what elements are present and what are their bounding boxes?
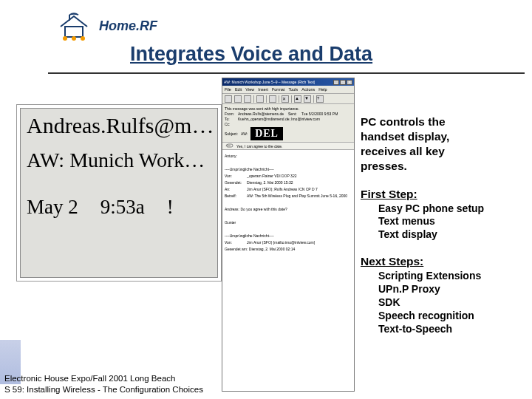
handset-line-from: Andreas.Rulfs@m…: [27, 113, 211, 138]
body-von-val: _operam Rainer VDI DOP 322: [247, 174, 296, 178]
handset-line-datetime: May 29:53a!: [27, 196, 211, 219]
intro-line: presses.: [361, 159, 528, 174]
header-rule: [48, 72, 525, 74]
del-badge: DEL: [250, 127, 283, 140]
message-header: This message was sent with high importan…: [222, 104, 354, 143]
next-step-item: SDK: [378, 296, 528, 310]
flag-icon[interactable]: [269, 95, 276, 103]
attachment-bar: Yes, I can agree to the date.: [222, 143, 354, 150]
window-title: AW: Munich Workshop June 5–9 – Message (…: [224, 80, 315, 84]
body-von2: Von:: [225, 240, 247, 245]
menu-tools[interactable]: Tools: [288, 87, 298, 92]
sidebar-text: PC controls the handset display, receive…: [361, 115, 528, 349]
next-icon[interactable]: ▼: [304, 95, 311, 103]
to-value: Kuehn_operam@mdiamend.de; lmo@inlview.co…: [238, 117, 352, 121]
menu-actions[interactable]: Actions: [301, 87, 315, 92]
print-icon[interactable]: [256, 95, 264, 103]
menu-file[interactable]: File: [225, 87, 231, 92]
menubar: File Edit View Insert Format Tools Actio…: [222, 86, 354, 94]
from-value: Andreas.Rulfs@siemens.de: [238, 112, 288, 116]
header-note: This message was sent with high importan…: [225, 106, 299, 111]
reply-icon[interactable]: [225, 95, 232, 103]
svg-point-4: [81, 36, 85, 41]
menu-format[interactable]: Format: [272, 87, 284, 92]
toolbar: ✕ ▲ ▼ ?: [222, 94, 354, 104]
close-button[interactable]: ×: [347, 80, 352, 85]
svg-point-3: [72, 36, 76, 41]
handset-line-subject: AW: Munich Work…: [27, 149, 211, 172]
body-greeting: Antony:: [225, 154, 352, 159]
handset-display: Andreas.Rulfs@m… AW: Munich Work… May 29…: [16, 104, 222, 282]
body-q1: Andreas: Do you agree with this date?: [225, 207, 352, 212]
intro-line: receives all key: [361, 144, 528, 159]
logo-text: Home.RF: [99, 18, 157, 34]
toolbar-separator: [279, 95, 279, 103]
slide-footer: Electronic House Expo/Fall 2001 Long Bea…: [4, 373, 203, 395]
handset-date: May 2: [27, 196, 78, 218]
first-step-title: First Step:: [361, 188, 528, 201]
next-step-item: Text-to-Speech: [378, 323, 528, 336]
body-an-val: Jim Anor (SFO); Rulfs Andreas ICN CP D 7: [247, 187, 318, 191]
logo: Home.RF: [55, 10, 157, 41]
body-von2-val: Jim Anor (SFO) [mailto:imo@inlview.com]: [247, 240, 315, 245]
next-step-item: Scripting Extensions: [378, 270, 528, 283]
body-betreff-val: AW: The 5th Wireless Plug and Play Summi…: [247, 194, 347, 198]
handset-time: 9:53a: [100, 196, 145, 218]
next-step-item: Speech recognition: [378, 310, 528, 323]
cc-label: Cc:: [225, 122, 238, 126]
sent-value: Tue 5/2/2000 9:53 PM: [301, 112, 352, 116]
toolbar-separator: [291, 95, 292, 103]
body-gesendet: Gesendet:: [225, 180, 247, 185]
forward-icon[interactable]: [244, 95, 251, 103]
toolbar-separator: [253, 95, 254, 103]
first-step-item: Text menus: [378, 215, 528, 228]
help-icon[interactable]: ?: [316, 95, 324, 103]
body-von: Von:: [225, 174, 247, 179]
maximize-button[interactable]: □: [340, 80, 346, 85]
window-titlebar: AW: Munich Workshop June 5–9 – Message (…: [222, 78, 354, 86]
body-gesendet-val: Dienstag, 2. Mai 2000 15:32: [247, 180, 293, 185]
svg-rect-0: [65, 27, 83, 37]
logo-house-icon: [55, 10, 93, 41]
body-q2: Gunter: [225, 220, 352, 225]
slide-title: Integrates Voice and Data: [130, 43, 372, 66]
menu-edit[interactable]: Edit: [235, 87, 242, 92]
logo-brand-a: Home: [99, 18, 136, 33]
message-body: Antony: ----Ursprüngliche Nachricht---- …: [222, 150, 354, 391]
prev-icon[interactable]: ▲: [294, 95, 301, 103]
handset-priority-mark: !: [167, 196, 174, 218]
body-sep2: ----Ursprüngliche Nachricht----: [225, 233, 352, 239]
subject-prefix: AW:: [241, 132, 248, 136]
subject-label: Subject:: [225, 132, 238, 136]
sent-label: Sent:: [288, 112, 301, 116]
menu-insert[interactable]: Insert: [258, 87, 268, 92]
menu-view[interactable]: View: [245, 87, 254, 92]
first-step-item: Text display: [378, 228, 528, 242]
menu-help[interactable]: Help: [318, 87, 327, 92]
paperclip-icon: [225, 143, 233, 149]
delete-icon[interactable]: ✕: [282, 95, 289, 103]
handset-screen: Andreas.Rulfs@m… AW: Munich Work… May 29…: [20, 108, 218, 278]
first-step-item: Easy PC phone setup: [378, 202, 528, 216]
email-client-window: AW: Munich Workshop June 5–9 – Message (…: [222, 78, 355, 392]
slide-header: Home.RF Integrates Voice and Data: [0, 0, 532, 72]
toolbar-separator: [266, 95, 267, 103]
next-step-item: UPn.P Proxy: [378, 283, 528, 296]
body-sep1: ----Ursprüngliche Nachricht----: [225, 167, 352, 172]
logo-brand-b: .RF: [136, 18, 157, 33]
minimize-button[interactable]: _: [333, 80, 339, 85]
body-betreff: Betreff:: [225, 194, 247, 199]
footer-line2: S 59: Installing Wireless - The Configur…: [4, 384, 203, 395]
body-gesendet2-val: Gesendet am: Dienstag, 2. Mai 2000 02:14: [225, 247, 295, 251]
svg-point-2: [63, 36, 67, 41]
intro-line: handset display,: [361, 129, 528, 144]
toolbar-separator: [313, 95, 314, 103]
footer-line1: Electronic House Expo/Fall 2001 Long Bea…: [4, 373, 203, 383]
next-steps-title: Next Steps:: [361, 255, 528, 268]
body-an: An:: [225, 187, 247, 192]
from-label: From:: [225, 112, 238, 116]
reply-all-icon[interactable]: [234, 95, 242, 103]
to-label: To:: [225, 117, 238, 121]
intro-line: PC controls the: [361, 115, 528, 129]
attach-text: Yes, I can agree to the date.: [236, 144, 282, 149]
